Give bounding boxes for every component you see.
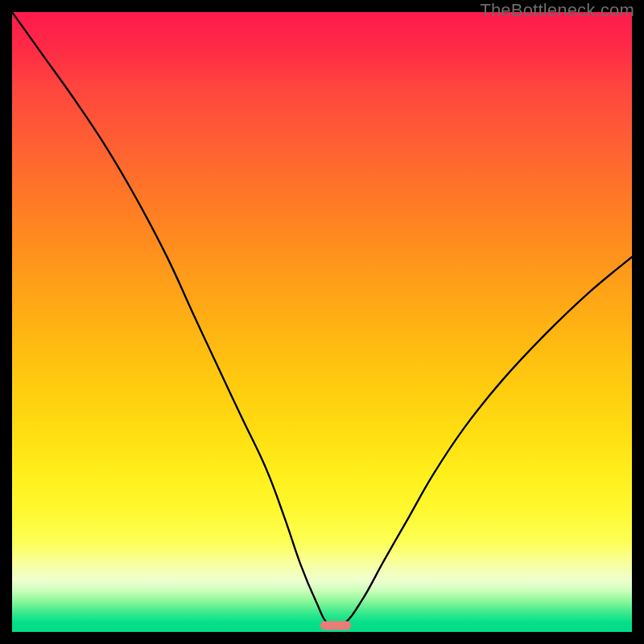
chart-container: TheBottleneck.com (0, 0, 644, 644)
minimum-marker (320, 621, 351, 630)
watermark-text: TheBottleneck.com (480, 0, 634, 21)
bottleneck-curve (12, 12, 632, 632)
plot-area (12, 12, 632, 632)
